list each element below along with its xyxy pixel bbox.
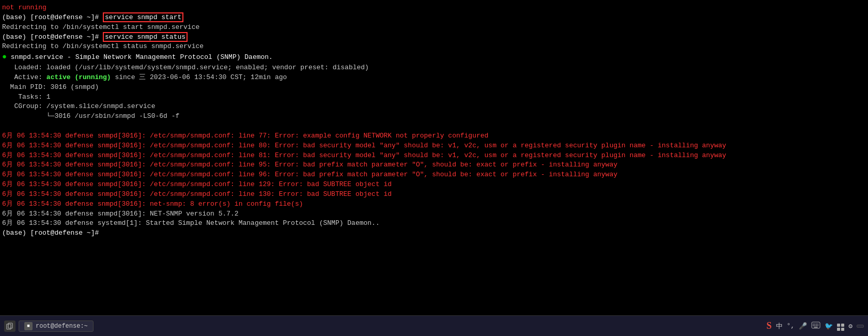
terminal-icon: ■: [24, 322, 33, 330]
line-loaded: Loaded: loaded (/usr/lib/systemd/system/…: [2, 63, 866, 73]
line-cgroup-child: └─3016 /usr/sbin/snmpd -LS0-6d -f: [2, 112, 866, 121]
taskbar-app-label: root@defense:~: [36, 323, 88, 330]
taskbar-files-icon[interactable]: [4, 320, 16, 332]
apps-grid-icon[interactable]: [837, 321, 844, 331]
sogou-icon[interactable]: S: [767, 320, 772, 331]
line-err-129: 6月 06 13:54:30 defense snmpd[3016]: /etc…: [2, 180, 866, 190]
line-err-77: 6月 06 13:54:30 defense snmpd[3016]: /etc…: [2, 131, 866, 141]
terminal: not running (base) [root@defense ~]# ser…: [0, 0, 868, 315]
line-cmd-start: (base) [root@defense ~]# service snmpd s…: [2, 13, 866, 23]
bird-icon[interactable]: 🐦: [825, 322, 833, 330]
line-err-130: 6月 06 13:54:30 defense snmpd[3016]: /etc…: [2, 190, 866, 200]
taskbar-left: ■ root@defense:~: [4, 320, 94, 332]
line-blank: [2, 121, 866, 131]
line-service-header: ● snmpd.service - Simple Network Managem…: [2, 52, 866, 63]
line-pid: Main PID: 3016 (snmpd): [2, 83, 866, 93]
line-err-81: 6月 06 13:54:30 defense snmpd[3016]: /etc…: [2, 151, 866, 161]
line-err-80: 6月 06 13:54:30 defense snmpd[3016]: /etc…: [2, 141, 866, 151]
line-cgroup: CGroup: /system.slice/snmpd.service: [2, 102, 866, 112]
line-err-95: 6月 06 13:54:30 defense snmpd[3016]: /etc…: [2, 160, 866, 170]
line-not-running: not running: [2, 3, 866, 13]
settings-icon[interactable]: ⚙: [848, 322, 853, 330]
line-cmd-status: (base) [root@defense ~]# service snmpd s…: [2, 33, 866, 42]
keyboard-icon[interactable]: [811, 322, 820, 331]
taskbar-right: S 中 °, 🎤 🐦 ⚙: [767, 320, 864, 331]
line-prompt[interactable]: (base) [root@defense ~]#: [2, 228, 866, 238]
ime-punct[interactable]: °,: [787, 322, 795, 330]
taskbar: ■ root@defense:~ S 中 °, 🎤 🐦: [0, 315, 868, 336]
taskbar-terminal-app[interactable]: ■ root@defense:~: [19, 320, 94, 332]
line-version: 6月 06 13:54:30 defense snmpd[3016]: NET-…: [2, 209, 866, 219]
line-started: 6月 06 13:54:30 defense systemd[1]: Start…: [2, 219, 866, 228]
line-err-96: 6月 06 13:54:30 defense snmpd[3016]: /etc…: [2, 170, 866, 180]
line-err-netsnmp: 6月 06 13:54:30 defense snmpd[3016]: net-…: [2, 200, 866, 209]
line-tasks: Tasks: 1: [2, 93, 866, 102]
line-active: Active: active (running) since 三 2023-06…: [2, 73, 866, 83]
mic-icon[interactable]: 🎤: [799, 322, 807, 330]
line-redirect-start: Redirecting to /bin/systemctl start snmp…: [2, 23, 866, 33]
line-redirect-status: Redirecting to /bin/systemctl status snm…: [2, 42, 866, 52]
taskbar-clock: [857, 325, 864, 328]
ime-chinese[interactable]: 中: [776, 322, 783, 331]
